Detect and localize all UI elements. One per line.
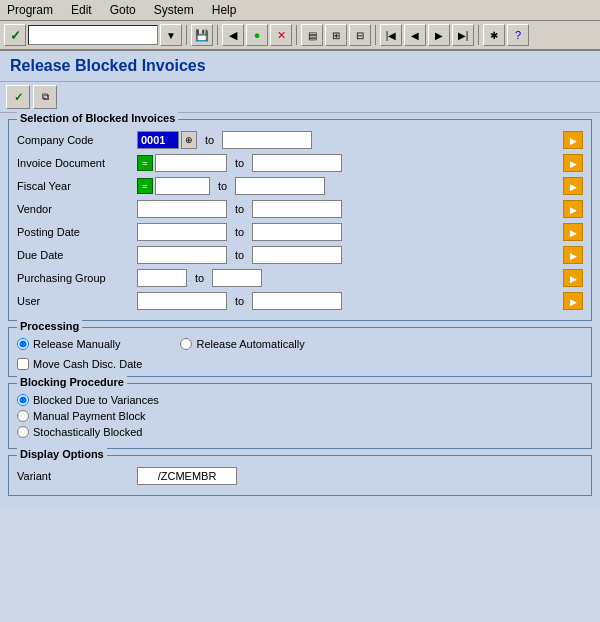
processing-radio-row: Release Manually Release Automatically (17, 338, 583, 354)
due-date-to[interactable] (252, 246, 342, 264)
forward-button[interactable]: ● (246, 24, 268, 46)
user-arrow[interactable] (563, 292, 583, 310)
separator-5 (478, 25, 479, 45)
menu-system[interactable]: System (151, 2, 197, 18)
menu-help[interactable]: Help (209, 2, 240, 18)
blocked-variances-radio[interactable] (17, 394, 29, 406)
find-next-button[interactable]: ⊟ (349, 24, 371, 46)
company-code-search-btn[interactable]: ⊕ (181, 131, 197, 149)
menu-program[interactable]: Program (4, 2, 56, 18)
separator-4 (375, 25, 376, 45)
vendor-arrow[interactable] (563, 200, 583, 218)
company-code-arrow[interactable] (563, 131, 583, 149)
release-automatically-radio[interactable] (180, 338, 192, 350)
blocked-variances-group: Blocked Due to Variances (17, 394, 583, 406)
settings-button[interactable]: ✱ (483, 24, 505, 46)
last-page-button[interactable]: ▶| (452, 24, 474, 46)
match-icon: = (142, 158, 147, 168)
check-button[interactable]: ✓ (4, 24, 26, 46)
stochastically-group: Stochastically Blocked (17, 426, 583, 438)
prev-icon: ◀ (411, 30, 419, 41)
move-cash-checkbox[interactable] (17, 358, 29, 370)
company-code-row: Company Code ⊕ to (17, 130, 583, 150)
move-cash-group: Move Cash Disc. Date (17, 358, 583, 370)
command-input[interactable] (28, 25, 158, 45)
arrow-right-icon-3 (570, 181, 577, 192)
save-icon: 💾 (195, 29, 209, 42)
blocking-section-label: Blocking Procedure (17, 376, 127, 388)
purchasing-group-to[interactable] (212, 269, 262, 287)
release-manually-radio[interactable] (17, 338, 29, 350)
first-icon: |◀ (386, 30, 397, 41)
find-button[interactable]: ⊞ (325, 24, 347, 46)
first-page-button[interactable]: |◀ (380, 24, 402, 46)
selection-section: Selection of Blocked Invoices Company Co… (8, 119, 592, 321)
stop-icon: ✕ (277, 29, 286, 42)
invoice-match-btn[interactable]: = (137, 155, 153, 171)
variant-btn[interactable]: ⧉ (33, 85, 57, 109)
due-date-arrow[interactable] (563, 246, 583, 264)
due-date-from[interactable] (137, 246, 227, 264)
fiscal-year-to[interactable] (235, 177, 325, 195)
invoice-document-from[interactable] (155, 154, 227, 172)
invoice-document-to[interactable] (252, 154, 342, 172)
company-code-to-label: to (205, 134, 214, 146)
execute-btn[interactable]: ✓ (6, 85, 30, 109)
vendor-from[interactable] (137, 200, 227, 218)
print-button[interactable]: ▤ (301, 24, 323, 46)
purchasing-group-arrow[interactable] (563, 269, 583, 287)
posting-date-from[interactable] (137, 223, 227, 241)
next-icon: ▶ (435, 30, 443, 41)
purchasing-group-label: Purchasing Group (17, 272, 137, 284)
separator-3 (296, 25, 297, 45)
display-section: Display Options Variant (8, 455, 592, 496)
menu-edit[interactable]: Edit (68, 2, 95, 18)
user-to[interactable] (252, 292, 342, 310)
stochastically-radio[interactable] (17, 426, 29, 438)
posting-date-row: Posting Date to (17, 222, 583, 242)
invoice-document-arrow[interactable] (563, 154, 583, 172)
menu-goto[interactable]: Goto (107, 2, 139, 18)
company-code-from[interactable] (137, 131, 179, 149)
sub-toolbar: ✓ ⧉ (0, 82, 600, 113)
last-icon: ▶| (458, 30, 469, 41)
posting-date-to[interactable] (252, 223, 342, 241)
help-button[interactable]: ? (507, 24, 529, 46)
purchasing-group-row: Purchasing Group to (17, 268, 583, 288)
prev-page-button[interactable]: ◀ (404, 24, 426, 46)
purchasing-group-from[interactable] (137, 269, 187, 287)
vendor-label: Vendor (17, 203, 137, 215)
next-page-button[interactable]: ▶ (428, 24, 450, 46)
settings-icon: ✱ (490, 30, 498, 41)
stop-button[interactable]: ✕ (270, 24, 292, 46)
vendor-to-label: to (235, 203, 244, 215)
release-manually-label: Release Manually (33, 338, 120, 350)
user-to-label: to (235, 295, 244, 307)
input-arrow-btn[interactable]: ▼ (160, 24, 182, 46)
fiscal-year-row: Fiscal Year = to (17, 176, 583, 196)
user-label: User (17, 295, 137, 307)
posting-date-to-label: to (235, 226, 244, 238)
vendor-to[interactable] (252, 200, 342, 218)
back-button[interactable]: ◀ (222, 24, 244, 46)
save-button[interactable]: 💾 (191, 24, 213, 46)
posting-date-arrow[interactable] (563, 223, 583, 241)
company-code-label: Company Code (17, 134, 137, 146)
posting-date-label: Posting Date (17, 226, 137, 238)
search-icon: ⊕ (185, 135, 193, 145)
variant-label: Variant (17, 470, 137, 482)
arrow-right-icon-5 (570, 227, 577, 238)
execute-icon: ✓ (14, 91, 23, 104)
company-code-to[interactable] (222, 131, 312, 149)
fiscal-year-arrow[interactable] (563, 177, 583, 195)
variant-input[interactable] (137, 467, 237, 485)
menu-bar: Program Edit Goto System Help (0, 0, 600, 21)
find-icon: ⊞ (332, 30, 340, 41)
fiscal-year-match-btn[interactable]: = (137, 178, 153, 194)
arrow-right-icon-8 (570, 296, 577, 307)
manual-payment-radio[interactable] (17, 410, 29, 422)
release-manually-group: Release Manually (17, 338, 120, 350)
fiscal-year-from[interactable] (155, 177, 210, 195)
user-from[interactable] (137, 292, 227, 310)
arrow-right-icon-2 (570, 158, 577, 169)
